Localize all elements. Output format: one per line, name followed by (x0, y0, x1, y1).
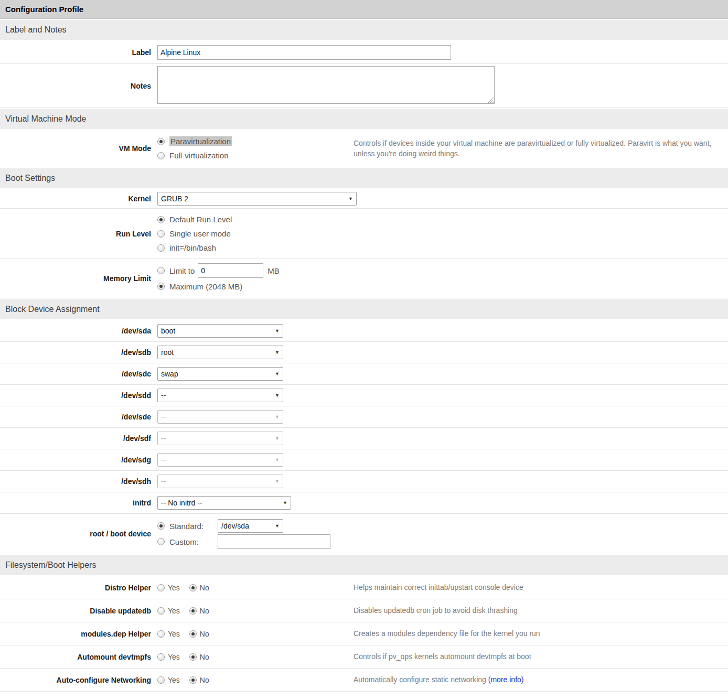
radio-label-no[interactable]: No (200, 630, 209, 638)
section-filesystem-boot-helpers: Filesystem/Boot Helpers (0, 555, 728, 575)
radio-label-default-run-level[interactable]: Default Run Level (169, 215, 232, 224)
block-device-row: /dev/sdh -- ▼ (0, 471, 728, 492)
helper-help-text: Disables updatedb cron job to avoid disk… (354, 606, 518, 615)
device-select[interactable]: root ▼ (157, 346, 283, 359)
device-select-value: -- (161, 434, 166, 443)
dropdown-arrow-icon: ▼ (275, 393, 280, 398)
device-select-value: boot (161, 327, 175, 335)
radio-yes[interactable] (157, 653, 165, 661)
helper-row: modules.dep Helper Yes No Creates a modu… (0, 622, 728, 645)
device-select-value: -- (161, 413, 166, 421)
radio-custom-device[interactable] (157, 538, 165, 545)
device-select-value: -- (161, 456, 166, 464)
dropdown-arrow-icon: ▼ (348, 196, 353, 201)
radio-label-full-virtualization[interactable]: Full-virtualization (169, 151, 229, 160)
footer-spacer (0, 692, 728, 700)
radio-label-no[interactable]: No (200, 584, 209, 592)
initrd-select[interactable]: -- No initrd -- ▼ (157, 496, 291, 510)
radio-no[interactable] (189, 676, 197, 684)
device-label: /dev/sdd (121, 391, 151, 400)
section-label-and-notes: Label and Notes (0, 20, 728, 40)
block-device-row: /dev/sde -- ▼ (0, 406, 728, 428)
radio-label-single-user-mode[interactable]: Single user mode (169, 229, 231, 238)
device-label: /dev/sdg (121, 456, 151, 464)
vm-mode-row: VM Mode Paravirtualization Full-virtuali… (0, 130, 728, 167)
radio-label-no[interactable]: No (200, 607, 209, 615)
radio-default-run-level[interactable] (157, 216, 165, 223)
initrd-select-value: -- No initrd -- (161, 499, 202, 507)
section-block-device-assignment: Block Device Assignment (0, 299, 728, 319)
device-select[interactable]: -- ▼ (157, 389, 283, 402)
device-label: /dev/sde (122, 413, 151, 421)
radio-label-yes[interactable]: Yes (168, 676, 180, 684)
device-label: /dev/sdb (121, 348, 151, 357)
section-title: Boot Settings (5, 174, 55, 183)
block-device-row: /dev/sdd -- ▼ (0, 385, 728, 406)
radio-yes[interactable] (157, 607, 165, 615)
helper-help-text: Controls if pv_ops kernels automount dev… (354, 652, 531, 661)
radio-label-no[interactable]: No (200, 676, 209, 684)
kernel-select[interactable]: GRUB 2 ▼ (157, 192, 357, 206)
radio-no[interactable] (189, 584, 197, 591)
helper-row: Distro Helper Yes No Helps maintain corr… (0, 576, 728, 599)
root-boot-device-label: root / boot device (90, 530, 151, 538)
radio-label-paravirtualization[interactable]: Paravirtualization (169, 136, 232, 146)
block-device-row: /dev/sdg -- ▼ (0, 449, 728, 471)
radio-no[interactable] (189, 607, 197, 615)
standard-label[interactable]: Standard: (169, 522, 215, 531)
helper-help-text: Creates a modules dependency file for th… (354, 629, 540, 638)
radio-label-maximum-memory[interactable]: Maximum (2048 MB) (169, 282, 242, 291)
notes-textarea[interactable] (157, 66, 495, 104)
standard-device-select[interactable]: /dev/sda ▼ (218, 519, 283, 533)
radio-no[interactable] (189, 653, 197, 661)
radio-full-virtualization[interactable] (157, 152, 165, 159)
radio-init-bin-bash[interactable] (157, 244, 165, 252)
run-level-row: Run Level Default Run Level Single user … (0, 209, 728, 259)
more-info-link[interactable]: (more info) (488, 675, 524, 684)
section-title: Label and Notes (5, 25, 67, 35)
radio-label-yes[interactable]: Yes (168, 607, 180, 615)
radio-yes[interactable] (157, 630, 165, 638)
radio-yes[interactable] (157, 584, 165, 591)
standard-device-select-value: /dev/sda (221, 522, 249, 530)
helper-help-text: Helps maintain correct inittab/upstart c… (354, 583, 523, 591)
custom-device-input[interactable] (218, 534, 330, 549)
radio-label-yes[interactable]: Yes (168, 630, 180, 638)
radio-maximum-memory[interactable] (157, 283, 165, 290)
helper-label: Automount devtmpfs (77, 653, 151, 661)
vm-mode-help: Controls if devices inside your virtual … (354, 138, 721, 159)
section-title: Filesystem/Boot Helpers (5, 561, 96, 570)
memory-limit-row: Memory Limit Limit to MB Maximum (2048 M… (0, 259, 728, 298)
kernel-label: Kernel (128, 195, 151, 203)
device-label: /dev/sdc (122, 370, 151, 378)
helper-label: modules.dep Helper (81, 630, 151, 638)
custom-label[interactable]: Custom: (169, 537, 215, 546)
limit-to-label[interactable]: Limit to (169, 266, 195, 275)
radio-label-yes[interactable]: Yes (168, 653, 180, 661)
section-title: Virtual Machine Mode (5, 114, 86, 124)
label-input[interactable] (157, 45, 451, 60)
radio-yes[interactable] (157, 676, 165, 684)
radio-limit-to[interactable] (157, 267, 165, 274)
dropdown-arrow-icon: ▼ (275, 328, 280, 333)
block-device-row: /dev/sdc swap ▼ (0, 363, 728, 385)
dropdown-arrow-icon: ▼ (275, 479, 280, 484)
block-device-row: /dev/sdf -- ▼ (0, 428, 728, 449)
kernel-row: Kernel GRUB 2 ▼ (0, 189, 728, 209)
device-select[interactable]: swap ▼ (157, 367, 283, 381)
radio-standard-device[interactable] (157, 522, 165, 530)
radio-paravirtualization[interactable] (157, 138, 165, 145)
label-row: Label (0, 41, 728, 64)
dropdown-arrow-icon: ▼ (275, 523, 280, 529)
radio-single-user-mode[interactable] (157, 230, 165, 238)
page-title: Configuration Profile (5, 5, 83, 14)
radio-label-init-bin-bash[interactable]: init=/bin/bash (169, 243, 216, 252)
radio-label-yes[interactable]: Yes (168, 584, 180, 592)
memory-limit-input[interactable] (198, 263, 263, 278)
helper-label: Distro Helper (105, 584, 151, 592)
device-label: /dev/sdh (121, 477, 151, 486)
page-title-bar: Configuration Profile (0, 0, 728, 19)
radio-no[interactable] (189, 630, 197, 638)
radio-label-no[interactable]: No (200, 653, 209, 661)
device-select[interactable]: boot ▼ (157, 324, 283, 338)
